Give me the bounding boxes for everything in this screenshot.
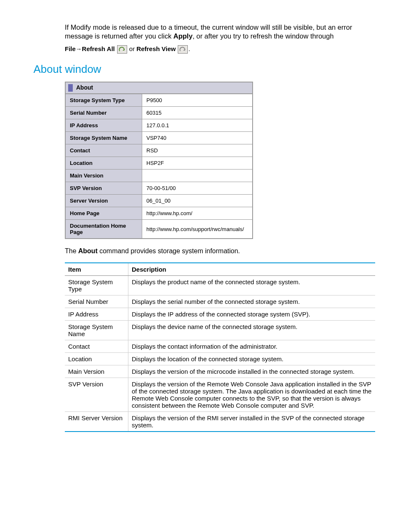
- item-cell: Main Version: [65, 365, 128, 378]
- about-row-label: Home Page: [66, 207, 142, 220]
- table-row: Main VersionDisplays the version of the …: [65, 365, 375, 378]
- about-row-label: SVP Version: [66, 182, 142, 195]
- file-menu-label: File: [65, 45, 76, 52]
- about-panel: About Storage System TypeP9500Serial Num…: [65, 82, 253, 239]
- table-row: ContactDisplays the contact information …: [65, 340, 375, 353]
- about-row-value: RSD: [142, 144, 253, 157]
- about-row-label: Server Version: [66, 195, 142, 207]
- about-row-label: Documentation Home Page: [66, 220, 142, 239]
- about-row: Home Pagehttp://www.hp.com/: [66, 207, 253, 220]
- desc-intro-a: The: [65, 247, 78, 254]
- about-row-value: 06_01_00: [142, 195, 253, 207]
- refresh-view-icon: [178, 45, 188, 54]
- refresh-all-label: Refresh All: [82, 45, 115, 52]
- about-row: Storage System NameVSP740: [66, 132, 253, 144]
- description-cell: Displays the version of the microcode in…: [128, 365, 376, 378]
- description-table: Item Description Storage System TypeDisp…: [65, 262, 375, 432]
- about-row-label: Contact: [66, 144, 142, 157]
- description-cell: Displays the version of the Remote Web C…: [128, 378, 376, 412]
- apply-bold: Apply: [174, 32, 193, 40]
- item-cell: Serial Number: [65, 296, 128, 308]
- table-row: SVP VersionDisplays the version of the R…: [65, 378, 375, 412]
- table-row: LocationDisplays the location of the con…: [65, 353, 375, 365]
- about-row-value: P9500: [142, 94, 253, 107]
- about-row-value: 70-00-51/00: [142, 182, 253, 195]
- about-row-label: IP Address: [66, 119, 142, 132]
- about-row-label: Serial Number: [66, 107, 142, 119]
- or-text: or: [129, 45, 137, 52]
- about-panel-title: About: [65, 82, 253, 94]
- intro-text-b: , or after you try to refresh the window…: [192, 32, 334, 40]
- title-accent: [68, 84, 73, 92]
- col-header-description: Description: [128, 263, 376, 276]
- about-row-label: Storage System Name: [66, 132, 142, 144]
- about-row-label: Location: [66, 157, 142, 170]
- about-title-text: About: [76, 84, 93, 91]
- about-row-value: [142, 170, 253, 182]
- item-cell: IP Address: [65, 308, 128, 321]
- table-row: Serial NumberDisplays the serial number …: [65, 296, 375, 308]
- about-row-value: VSP740: [142, 132, 253, 144]
- about-row: IP Address127.0.0.1: [66, 119, 253, 132]
- section-heading: About window: [33, 63, 374, 76]
- about-row: LocationHSP2F: [66, 157, 253, 170]
- about-row: ContactRSD: [66, 144, 253, 157]
- about-row-value: http://www.hp.com/: [142, 207, 253, 220]
- item-cell: Storage System Type: [65, 276, 128, 296]
- about-row-value: 127.0.0.1: [142, 119, 253, 132]
- about-table: Storage System TypeP9500Serial Number603…: [65, 94, 253, 239]
- about-row-label: Main Version: [66, 170, 142, 182]
- about-row-label: Storage System Type: [66, 94, 142, 107]
- refresh-all-icon: [117, 45, 127, 54]
- description-cell: Displays the contact information of the …: [128, 340, 376, 353]
- table-row: Storage System TypeDisplays the product …: [65, 276, 375, 296]
- description-cell: Displays the version of the RMI server i…: [128, 412, 376, 432]
- about-row-value: http://www.hp.com/support/rwc/manuals/: [142, 220, 253, 239]
- description-cell: Displays the IP address of the connected…: [128, 308, 376, 321]
- about-row-value: 60315: [142, 107, 253, 119]
- item-cell: RMI Server Version: [65, 412, 128, 432]
- description-cell: Displays the product name of the connect…: [128, 276, 376, 296]
- item-cell: Storage System Name: [65, 321, 128, 340]
- description-cell: Displays the device name of the connecte…: [128, 321, 376, 340]
- desc-intro-b: command provides storage system informat…: [97, 247, 240, 254]
- desc-intro-bold: About: [78, 247, 97, 254]
- about-row: Main Version: [66, 170, 253, 182]
- table-row: Storage System NameDisplays the device n…: [65, 321, 375, 340]
- item-cell: Location: [65, 353, 128, 365]
- table-row: RMI Server VersionDisplays the version o…: [65, 412, 375, 432]
- refresh-end: .: [188, 45, 190, 52]
- about-row: SVP Version70-00-51/00: [66, 182, 253, 195]
- refresh-view-label: Refresh View: [136, 45, 176, 52]
- about-row: Serial Number60315: [66, 107, 253, 119]
- col-header-item: Item: [65, 263, 128, 276]
- description-cell: Displays the serial number of the connec…: [128, 296, 376, 308]
- about-row: Documentation Home Pagehttp://www.hp.com…: [66, 220, 253, 239]
- intro-paragraph: If Modify mode is released due to a time…: [65, 23, 374, 41]
- table-row: IP AddressDisplays the IP address of the…: [65, 308, 375, 321]
- item-cell: SVP Version: [65, 378, 128, 412]
- refresh-instruction: File→Refresh All or Refresh View .: [65, 45, 374, 54]
- item-cell: Contact: [65, 340, 128, 353]
- arrow: →: [76, 45, 82, 52]
- about-description-line: The About command provides storage syste…: [65, 247, 374, 255]
- about-row: Server Version06_01_00: [66, 195, 253, 207]
- about-row: Storage System TypeP9500: [66, 94, 253, 107]
- about-row-value: HSP2F: [142, 157, 253, 170]
- description-cell: Displays the location of the connected s…: [128, 353, 376, 365]
